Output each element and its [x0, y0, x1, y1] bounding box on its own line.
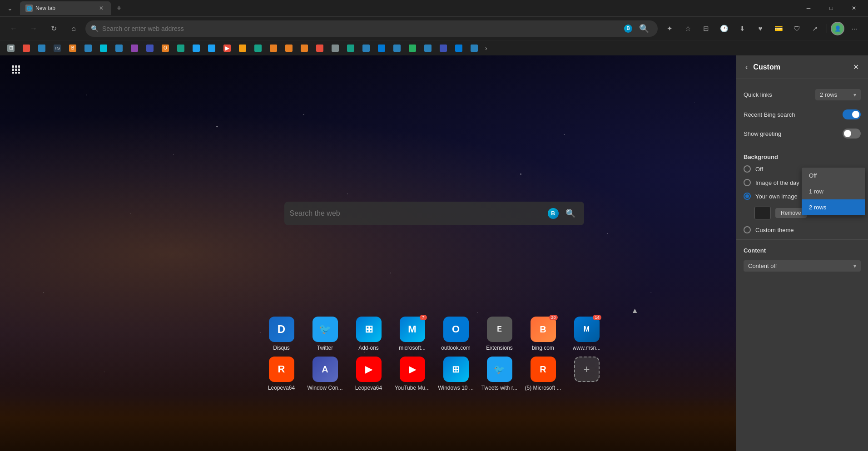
quick-link-extensions-icon: E — [487, 317, 512, 342]
web-search-input[interactable] — [290, 209, 544, 218]
quick-link-msn-icon: M — [574, 317, 600, 342]
search-submit-button[interactable]: 🔍 — [562, 205, 579, 222]
fav-item-0[interactable] — [19, 43, 34, 53]
quick-link-twitter[interactable]: 🐦 Twitter — [307, 317, 343, 351]
home-button[interactable]: ⌂ — [65, 20, 82, 37]
tab-list-button[interactable]: ⌄ — [4, 3, 16, 14]
fav-item-21[interactable] — [390, 43, 404, 53]
quick-link-extensions[interactable]: E Extensions — [481, 317, 518, 351]
bg-off-radio[interactable] — [744, 165, 751, 173]
wallet-button[interactable]: 💳 — [770, 20, 787, 37]
dropdown-item-1row[interactable]: 1 row — [802, 183, 865, 199]
add-quick-link-button[interactable]: + — [574, 357, 600, 382]
grid-button[interactable] — [7, 61, 25, 78]
fav-item-25[interactable] — [451, 43, 466, 53]
address-bar[interactable]: 🔍 B 🔍 — [85, 20, 658, 37]
fav-item-grid[interactable]: ⊞ — [4, 43, 18, 53]
settings-panel: ‹ Custom ✕ Quick links 2 rows ▾ Recent B… — [736, 55, 868, 451]
quick-link-ytmusic[interactable]: ▶ YouTube Mu... — [394, 357, 431, 391]
search-box[interactable]: B 🔍 — [284, 202, 584, 225]
fav-item-16[interactable] — [312, 43, 327, 53]
dropdown-item-off[interactable]: Off — [802, 168, 865, 183]
back-button[interactable]: ← — [5, 20, 22, 37]
hearts-button[interactable]: ♥ — [752, 20, 769, 37]
fav-item-8[interactable] — [143, 43, 157, 53]
quick-link-microsoft-icon: M — [400, 317, 425, 342]
fav-icon — [131, 45, 138, 52]
content-dropdown[interactable]: Content off ▾ — [744, 260, 861, 272]
fav-item-10[interactable] — [174, 43, 188, 53]
search-button[interactable]: 🔍 — [636, 20, 652, 37]
forward-button[interactable]: → — [25, 20, 42, 37]
fav-item-6[interactable] — [112, 43, 126, 53]
bg-image-of-day-radio[interactable] — [744, 179, 751, 186]
settings-title: Custom — [753, 63, 848, 71]
quick-links-dropdown[interactable]: 2 rows ▾ — [815, 89, 861, 100]
copilot-button[interactable]: ✦ — [661, 20, 678, 37]
bg-your-own-radio[interactable] — [744, 193, 751, 200]
collapse-button[interactable]: ▲ — [631, 307, 639, 315]
history-button[interactable]: 🕐 — [716, 20, 732, 37]
collections-button[interactable]: ⊟ — [698, 20, 714, 37]
fav-item-12[interactable] — [251, 43, 265, 53]
minimize-button[interactable]: ─ — [798, 0, 819, 16]
fav-item-23[interactable] — [421, 43, 435, 53]
quick-link-disqus[interactable]: D Disqus — [263, 317, 300, 351]
quick-link-leopeva[interactable]: R Leopeva64 — [263, 357, 300, 391]
more-button[interactable]: ··· — [846, 20, 863, 37]
shield-button[interactable]: 🛡 — [789, 20, 805, 37]
quick-link-outlook[interactable]: O outlook.com — [438, 317, 474, 351]
settings-close-button[interactable]: ✕ — [851, 61, 861, 73]
fav-item-3[interactable]: B — [65, 43, 80, 53]
quick-link-bing[interactable]: B 20 bing.com — [525, 317, 561, 351]
share-button[interactable]: ↗ — [807, 20, 823, 37]
quick-link-windowcon[interactable]: A Window Con... — [307, 357, 343, 391]
quick-links-row-1: D Disqus 🐦 Twitter ⊞ Add-ons M 7 micros — [230, 317, 639, 351]
fav-item-20[interactable] — [374, 43, 389, 53]
profile-avatar[interactable]: 👤 — [831, 22, 844, 35]
fav-item-1[interactable] — [35, 43, 49, 53]
fav-twitter-1[interactable] — [189, 43, 203, 53]
custom-theme-radio[interactable] — [744, 226, 751, 233]
fav-item-24[interactable] — [436, 43, 451, 53]
quick-link-ms5[interactable]: R (5) Microsoft ... — [525, 357, 561, 391]
close-button[interactable]: ✕ — [843, 0, 864, 16]
favorites-button[interactable]: ☆ — [680, 20, 696, 37]
quick-link-microsoft[interactable]: M 7 microsoft... — [394, 317, 431, 351]
fav-more-button[interactable]: › — [482, 43, 490, 53]
fav-item-26[interactable] — [467, 43, 481, 53]
fav-item-14[interactable] — [282, 43, 296, 53]
maximize-button[interactable]: □ — [821, 0, 842, 16]
quick-link-tweets[interactable]: 🐦 Tweets with r... — [481, 357, 518, 391]
fav-youtube[interactable]: ▶ — [220, 43, 234, 53]
fav-item-19[interactable] — [359, 43, 373, 53]
fav-twitter-2[interactable] — [204, 43, 219, 53]
active-tab[interactable]: 🌐 New tab ✕ — [20, 1, 111, 15]
fav-item-4[interactable] — [81, 43, 95, 53]
refresh-button[interactable]: ↻ — [45, 20, 62, 37]
new-tab-button[interactable]: + — [113, 2, 125, 15]
fav-item-17[interactable] — [328, 43, 342, 53]
show-greeting-toggle[interactable] — [843, 129, 861, 139]
fav-item-5[interactable] — [96, 43, 111, 53]
fav-item-9[interactable]: O — [158, 43, 173, 53]
settings-back-button[interactable]: ‹ — [744, 61, 749, 73]
recent-bing-toggle[interactable] — [843, 109, 861, 119]
fav-item-2[interactable]: TS — [50, 43, 64, 53]
dropdown-item-2rows[interactable]: 2 rows — [802, 199, 865, 215]
fav-item-11[interactable] — [235, 43, 250, 53]
quick-link-msn[interactable]: M 14 www.msn... — [569, 317, 605, 351]
fav-item-13[interactable] — [266, 43, 281, 53]
quick-link-addons-label: Add-ons — [358, 345, 379, 351]
quick-link-addons[interactable]: ⊞ Add-ons — [351, 317, 387, 351]
quick-link-windows10[interactable]: ⊞ Windows 10 ... — [438, 357, 474, 391]
quick-link-leopeva2[interactable]: ▶ Leopeva64 — [351, 357, 387, 391]
fav-item-18[interactable] — [343, 43, 358, 53]
downloads-button[interactable]: ⬇ — [734, 20, 750, 37]
fav-item-22[interactable] — [405, 43, 420, 53]
fav-item-7[interactable] — [127, 43, 142, 53]
quick-link-add[interactable]: + — [569, 357, 605, 391]
address-input[interactable] — [102, 25, 620, 32]
tab-close-button[interactable]: ✕ — [97, 4, 105, 12]
fav-item-15[interactable] — [297, 43, 312, 53]
